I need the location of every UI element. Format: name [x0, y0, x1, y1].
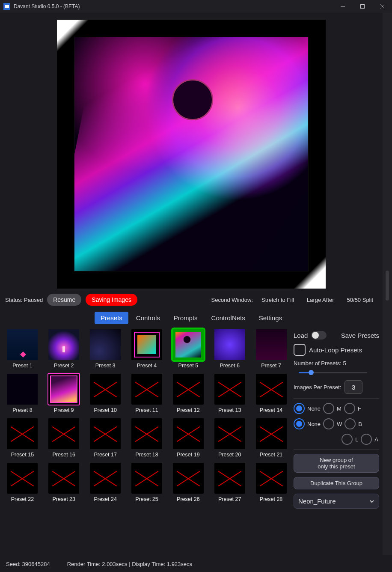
preset-label: Preset 20	[218, 452, 241, 458]
radio-row2-l[interactable]	[342, 434, 353, 445]
saving-images-button[interactable]: Saving Images	[86, 294, 137, 306]
preset-label: Preset 7	[261, 363, 281, 369]
preset-thumbnail[interactable]	[90, 463, 121, 494]
preset-label: Preset 14	[260, 407, 283, 413]
preset-thumbnail[interactable]	[214, 463, 245, 494]
preset-thumbnail[interactable]	[48, 463, 79, 494]
duplicate-group-button[interactable]: Duplicate This Group	[294, 477, 379, 489]
preset-thumbnail[interactable]	[214, 329, 245, 360]
preset-thumbnail[interactable]	[131, 463, 162, 494]
tab-settings[interactable]: Settings	[253, 312, 288, 324]
radio-row2-b[interactable]	[344, 418, 356, 429]
vertical-scrollbar[interactable]	[383, 13, 392, 555]
new-group-button[interactable]: New group of only this preset	[294, 454, 379, 473]
preset-thumbnail[interactable]	[48, 374, 79, 405]
preset-thumbnail[interactable]	[90, 374, 121, 405]
radio-row2-a[interactable]	[361, 434, 372, 445]
preset-thumbnail[interactable]	[90, 418, 121, 449]
load-toggle[interactable]	[311, 331, 327, 340]
preset-thumbnail[interactable]	[256, 374, 287, 405]
preset-thumbnail[interactable]	[131, 329, 162, 360]
preset-label: Preset 28	[260, 496, 283, 502]
radio-row2-w[interactable]	[323, 418, 334, 429]
preset-thumbnail[interactable]	[256, 463, 287, 494]
preset-thumbnail[interactable]	[131, 374, 162, 405]
tab-bar: Presets Controls Prompts ControlNets Set…	[0, 308, 383, 328]
radio-row1-f[interactable]	[344, 403, 355, 414]
num-presets-value: 5	[343, 360, 346, 366]
group-select[interactable]: Neon_Future	[294, 494, 379, 509]
preset-thumbnail[interactable]	[7, 374, 38, 405]
preset-cell: Preset 24	[88, 463, 123, 502]
preset-cell: Preset 12	[171, 374, 205, 413]
window-close-button[interactable]	[372, 0, 392, 13]
preset-thumbnail[interactable]	[90, 329, 121, 360]
preset-thumbnail[interactable]	[131, 418, 162, 449]
tab-controlnets[interactable]: ControlNets	[205, 312, 251, 324]
tab-presets[interactable]: Presets	[95, 312, 128, 324]
preset-thumbnail[interactable]	[173, 329, 204, 360]
split-5050-button[interactable]: 50/50 Split	[343, 295, 377, 305]
preset-thumbnail[interactable]	[214, 374, 245, 405]
preset-label: Preset 23	[53, 496, 76, 502]
preset-label: Preset 4	[137, 363, 157, 369]
preset-thumbnail[interactable]	[7, 463, 38, 494]
save-presets-button[interactable]: Save Presets	[341, 332, 379, 339]
preset-thumbnail[interactable]	[256, 329, 287, 360]
preset-cell: Preset 13	[212, 374, 247, 413]
images-per-preset-input[interactable]	[344, 380, 362, 394]
preset-thumbnail[interactable]	[214, 418, 245, 449]
second-window-label: Second Window:	[211, 297, 253, 303]
preview-canvas[interactable]	[57, 20, 326, 289]
load-label: Load	[294, 332, 308, 339]
preset-cell: Preset 10	[88, 374, 123, 413]
large-after-button[interactable]: Large After	[303, 295, 339, 305]
preset-cell: Preset 26	[171, 463, 205, 502]
preset-label: Preset 25	[135, 496, 158, 502]
status-bar: Status: Paused Resume Saving Images Seco…	[0, 291, 383, 308]
app-icon	[3, 3, 10, 10]
window-title: Davant Studio 0.5.0 - (BETA)	[14, 3, 80, 9]
autoloop-label: Auto-Loop Presets	[309, 346, 362, 354]
preset-thumbnail[interactable]	[173, 418, 204, 449]
preset-cell: Preset 2	[47, 329, 81, 369]
status-label: Status: Paused	[5, 297, 43, 303]
preset-sidebar: Load Save Presets Auto-Loop Presets Numb…	[294, 329, 379, 551]
preset-thumbnail[interactable]	[7, 329, 38, 360]
preset-thumbnail[interactable]	[173, 463, 204, 494]
preset-label: Preset 13	[218, 407, 241, 413]
preset-label: Preset 19	[177, 452, 200, 458]
render-time-label: Render Time: 2.003secs | Display Time: 1…	[67, 561, 192, 567]
radio-row1-none[interactable]	[294, 403, 305, 414]
preset-thumbnail[interactable]	[48, 329, 79, 360]
preset-cell: Preset 1	[5, 329, 40, 369]
preset-label: Preset 27	[218, 496, 241, 502]
preset-cell: Preset 14	[254, 374, 288, 413]
tab-controls[interactable]: Controls	[130, 312, 166, 324]
autoloop-checkbox[interactable]	[294, 344, 306, 356]
preset-cell: Preset 25	[130, 463, 164, 502]
resume-button[interactable]: Resume	[47, 294, 81, 306]
preset-thumbnail[interactable]	[173, 374, 204, 405]
radio-row2-none[interactable]	[294, 418, 305, 429]
preset-label: Preset 22	[11, 496, 34, 502]
tab-prompts[interactable]: Prompts	[168, 312, 204, 324]
num-presets-slider[interactable]	[299, 369, 367, 376]
window-maximize-button[interactable]	[353, 0, 372, 13]
preset-label: Preset 3	[95, 363, 116, 369]
preset-cell: Preset 20	[212, 418, 247, 458]
preset-label: Preset 8	[12, 407, 33, 413]
preset-cell: Preset 4	[130, 329, 164, 369]
preset-label: Preset 24	[94, 496, 117, 502]
preset-label: Preset 1	[12, 363, 33, 369]
images-per-preset-label: Images Per Preset:	[294, 384, 341, 390]
preset-thumbnail[interactable]	[256, 418, 287, 449]
stretch-to-fill-button[interactable]: Stretch to Fill	[257, 295, 298, 305]
preset-label: Preset 15	[11, 452, 34, 458]
preset-thumbnail[interactable]	[48, 418, 79, 449]
preset-cell: Preset 6	[212, 329, 247, 369]
preset-thumbnail[interactable]	[7, 418, 38, 449]
preset-cell: Preset 8	[5, 374, 40, 413]
window-minimize-button[interactable]	[333, 0, 353, 13]
radio-row1-m[interactable]	[323, 403, 334, 414]
